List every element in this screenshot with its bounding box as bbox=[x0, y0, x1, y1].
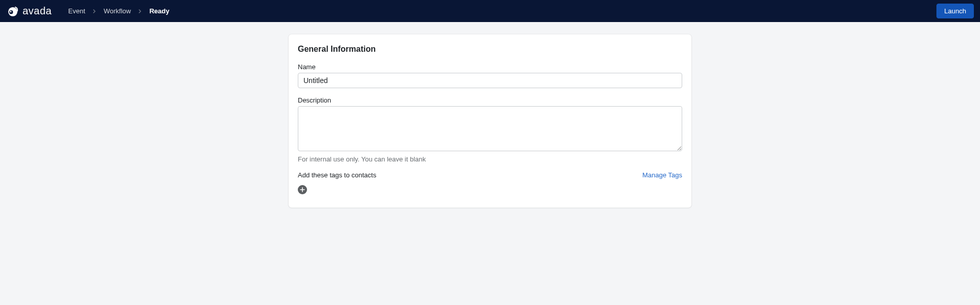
breadcrumb-workflow[interactable]: Workflow bbox=[104, 7, 131, 15]
name-field-group: Name bbox=[298, 63, 682, 88]
tags-label: Add these tags to contacts bbox=[298, 171, 376, 179]
manage-tags-link[interactable]: Manage Tags bbox=[642, 171, 682, 179]
breadcrumb-event[interactable]: Event bbox=[68, 7, 85, 15]
avada-logo-icon bbox=[6, 5, 19, 18]
tags-row: Add these tags to contacts Manage Tags bbox=[298, 171, 682, 179]
description-textarea[interactable] bbox=[298, 106, 682, 151]
name-label: Name bbox=[298, 63, 682, 71]
description-label: Description bbox=[298, 96, 682, 104]
breadcrumb: Event Workflow Ready bbox=[68, 7, 170, 15]
chevron-right-icon bbox=[91, 8, 97, 14]
add-tag-button[interactable] bbox=[298, 185, 307, 194]
header-left: avada Event Workflow Ready bbox=[6, 5, 170, 18]
svg-point-2 bbox=[10, 11, 11, 12]
brand-logo[interactable]: avada bbox=[6, 5, 52, 18]
app-header: avada Event Workflow Ready Launch bbox=[0, 0, 980, 22]
launch-button[interactable]: Launch bbox=[936, 4, 974, 18]
breadcrumb-ready[interactable]: Ready bbox=[149, 7, 169, 15]
general-information-card: General Information Name Description For… bbox=[289, 34, 691, 208]
name-input[interactable] bbox=[298, 73, 682, 88]
description-helper: For internal use only. You can leave it … bbox=[298, 155, 682, 163]
chevron-right-icon bbox=[137, 8, 143, 14]
description-field-group: Description For internal use only. You c… bbox=[298, 96, 682, 163]
brand-name: avada bbox=[23, 5, 52, 17]
plus-icon bbox=[300, 186, 305, 194]
card-title: General Information bbox=[298, 45, 682, 54]
content-area: General Information Name Description For… bbox=[0, 22, 980, 220]
